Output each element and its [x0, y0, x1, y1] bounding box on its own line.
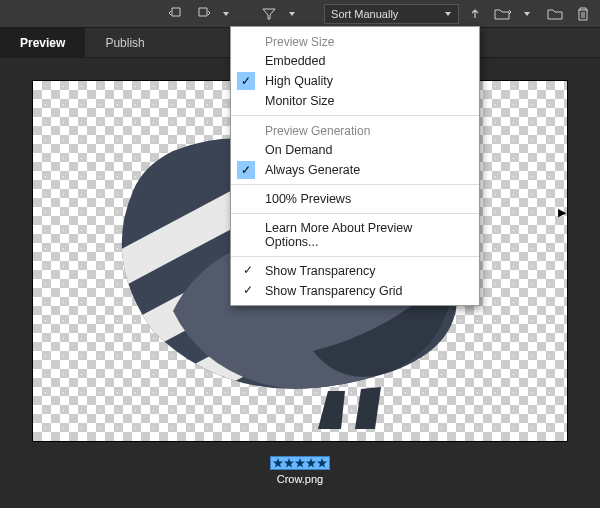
rotate-cw-icon[interactable]: [193, 3, 214, 25]
filename-label: Crow.png: [270, 473, 330, 485]
filter-icon[interactable]: [258, 3, 279, 25]
menu-header-preview-generation: Preview Generation: [231, 120, 479, 140]
star-icon: [317, 458, 327, 468]
sort-select-label: Sort Manually: [331, 8, 398, 20]
rotate-ccw-icon[interactable]: [165, 3, 186, 25]
star-icon: [306, 458, 316, 468]
preview-options-menu: Preview Size Embedded High Quality Monit…: [230, 26, 480, 306]
menu-separator: [231, 184, 479, 185]
menu-item-label: On Demand: [265, 143, 332, 157]
menu-separator: [231, 115, 479, 116]
menu-item-on-demand[interactable]: On Demand: [231, 140, 479, 160]
image-caption: Crow.png: [270, 456, 330, 485]
toolbar-right: [492, 3, 594, 25]
star-icon: [284, 458, 294, 468]
menu-item-monitor-size[interactable]: Monitor Size: [231, 91, 479, 111]
star-icon: [273, 458, 283, 468]
menu-item-learn-more[interactable]: Learn More About Preview Options...: [231, 218, 479, 252]
menu-item-label: Embedded: [265, 54, 325, 68]
menu-item-always-generate[interactable]: Always Generate: [231, 160, 479, 180]
tab-preview[interactable]: Preview: [0, 28, 85, 57]
sort-select[interactable]: Sort Manually: [324, 4, 459, 24]
tab-publish[interactable]: Publish: [85, 28, 164, 57]
overflow-right-icon: ▶: [558, 206, 566, 219]
trash-icon[interactable]: [572, 3, 594, 25]
menu-item-embedded[interactable]: Embedded: [231, 51, 479, 71]
menu-item-label: Show Transparency: [265, 264, 375, 278]
menu-item-show-transparency-grid[interactable]: Show Transparency Grid: [231, 281, 479, 301]
menu-item-label: Monitor Size: [265, 94, 334, 108]
menu-header-preview-size: Preview Size: [231, 31, 479, 51]
open-recent-icon[interactable]: [492, 3, 514, 25]
tab-preview-label: Preview: [20, 36, 65, 50]
star-icon: [295, 458, 305, 468]
rotate-dropdown-icon[interactable]: [216, 3, 237, 25]
new-folder-icon[interactable]: [544, 3, 566, 25]
menu-item-show-transparency[interactable]: Show Transparency: [231, 261, 479, 281]
menu-item-label: 100% Previews: [265, 192, 351, 206]
menu-separator: [231, 256, 479, 257]
filter-dropdown-icon[interactable]: [281, 3, 302, 25]
rating-badge[interactable]: [270, 456, 330, 470]
menu-item-label: Learn More About Preview Options...: [265, 221, 412, 249]
toolbar: Sort Manually: [0, 0, 600, 28]
menu-item-label: High Quality: [265, 74, 333, 88]
sort-ascending-icon[interactable]: [465, 3, 486, 25]
menu-item-label: Always Generate: [265, 163, 360, 177]
menu-item-100-previews[interactable]: 100% Previews: [231, 189, 479, 209]
menu-item-high-quality[interactable]: High Quality: [231, 71, 479, 91]
open-recent-dropdown-icon[interactable]: [516, 3, 538, 25]
menu-item-label: Show Transparency Grid: [265, 284, 403, 298]
menu-separator: [231, 213, 479, 214]
tab-publish-label: Publish: [105, 36, 144, 50]
